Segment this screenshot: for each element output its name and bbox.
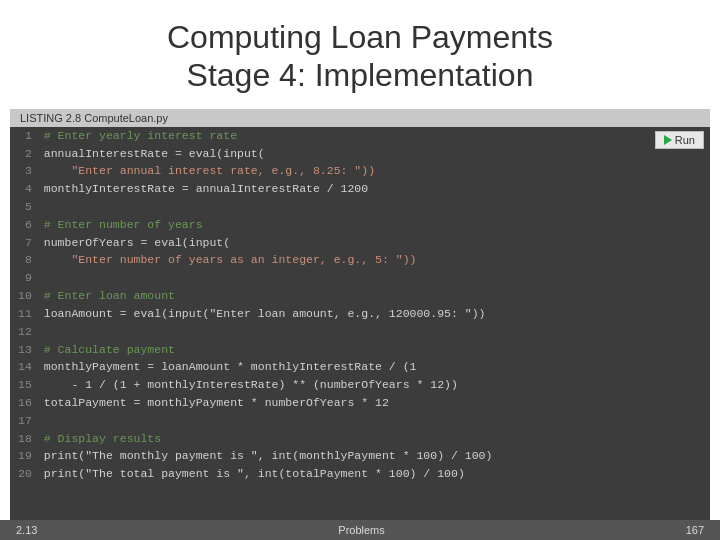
listing-header: LISTING 2.8 ComputeLoan.py <box>10 109 710 127</box>
run-label: Run <box>675 134 695 146</box>
line-number: 18 <box>10 430 40 448</box>
table-row: 20print("The total payment is ", int(tot… <box>10 465 710 483</box>
code-line <box>40 323 710 341</box>
table-row: 18# Display results <box>10 430 710 448</box>
line-number: 6 <box>10 216 40 234</box>
line-number: 13 <box>10 341 40 359</box>
line-number: 17 <box>10 412 40 430</box>
table-row: 13# Calculate payment <box>10 341 710 359</box>
table-row: 7numberOfYears = eval(input( <box>10 234 710 252</box>
code-line: # Display results <box>40 430 710 448</box>
table-row: 5 <box>10 198 710 216</box>
line-number: 1 <box>10 127 40 145</box>
table-row: 2annualInterestRate = eval(input( <box>10 145 710 163</box>
code-line: totalPayment = monthlyPayment * numberOf… <box>40 394 710 412</box>
table-row: 19print("The monthly payment is ", int(m… <box>10 447 710 465</box>
line-number: 3 <box>10 162 40 180</box>
code-line: print("The monthly payment is ", int(mon… <box>40 447 710 465</box>
page: Computing Loan Payments Stage 4: Impleme… <box>0 0 720 540</box>
line-number: 19 <box>10 447 40 465</box>
line-number: 5 <box>10 198 40 216</box>
code-area: Run 1# Enter yearly interest rate2annual… <box>10 127 710 520</box>
line-number: 20 <box>10 465 40 483</box>
table-row: 16totalPayment = monthlyPayment * number… <box>10 394 710 412</box>
table-row: 3 "Enter annual interest rate, e.g., 8.2… <box>10 162 710 180</box>
table-row: 14monthlyPayment = loanAmount * monthlyI… <box>10 358 710 376</box>
code-line: monthlyInterestRate = annualInterestRate… <box>40 180 710 198</box>
line-number: 4 <box>10 180 40 198</box>
code-line: # Enter number of years <box>40 216 710 234</box>
line-number: 8 <box>10 251 40 269</box>
line-number: 15 <box>10 376 40 394</box>
code-line <box>40 412 710 430</box>
line-number: 2 <box>10 145 40 163</box>
footer: 2.13 Problems 167 <box>0 520 720 540</box>
code-line: # Calculate payment <box>40 341 710 359</box>
table-row: 15 - 1 / (1 + monthlyInterestRate) ** (n… <box>10 376 710 394</box>
table-row: 8 "Enter number of years as an integer, … <box>10 251 710 269</box>
code-line: annualInterestRate = eval(input( <box>40 145 710 163</box>
title-area: Computing Loan Payments Stage 4: Impleme… <box>0 0 720 109</box>
run-arrow-icon <box>664 135 672 145</box>
line-number: 10 <box>10 287 40 305</box>
code-line: # Enter loan amount <box>40 287 710 305</box>
table-row: 9 <box>10 269 710 287</box>
title-line2: Stage 4: Implementation <box>187 57 534 93</box>
line-number: 16 <box>10 394 40 412</box>
code-line: "Enter number of years as an integer, e.… <box>40 251 710 269</box>
line-number: 7 <box>10 234 40 252</box>
footer-right: 167 <box>686 524 704 536</box>
table-row: 6# Enter number of years <box>10 216 710 234</box>
code-table: 1# Enter yearly interest rate2annualInte… <box>10 127 710 483</box>
code-line <box>40 269 710 287</box>
code-line: # Enter yearly interest rate <box>40 127 710 145</box>
table-row: 17 <box>10 412 710 430</box>
code-line: - 1 / (1 + monthlyInterestRate) ** (numb… <box>40 376 710 394</box>
line-number: 14 <box>10 358 40 376</box>
line-number: 12 <box>10 323 40 341</box>
footer-left: 2.13 <box>16 524 37 536</box>
code-line: loanAmount = eval(input("Enter loan amou… <box>40 305 710 323</box>
title-line1: Computing Loan Payments <box>167 19 553 55</box>
footer-center: Problems <box>338 524 384 536</box>
run-button[interactable]: Run <box>655 131 704 149</box>
code-line <box>40 198 710 216</box>
table-row: 1# Enter yearly interest rate <box>10 127 710 145</box>
line-number: 11 <box>10 305 40 323</box>
table-row: 12 <box>10 323 710 341</box>
code-line: "Enter annual interest rate, e.g., 8.25:… <box>40 162 710 180</box>
table-row: 11loanAmount = eval(input("Enter loan am… <box>10 305 710 323</box>
table-row: 4monthlyInterestRate = annualInterestRat… <box>10 180 710 198</box>
main-title: Computing Loan Payments Stage 4: Impleme… <box>40 18 680 95</box>
code-line: print("The total payment is ", int(total… <box>40 465 710 483</box>
code-line: monthlyPayment = loanAmount * monthlyInt… <box>40 358 710 376</box>
table-row: 10# Enter loan amount <box>10 287 710 305</box>
line-number: 9 <box>10 269 40 287</box>
code-line: numberOfYears = eval(input( <box>40 234 710 252</box>
listing-label: LISTING 2.8 ComputeLoan.py <box>20 112 168 124</box>
